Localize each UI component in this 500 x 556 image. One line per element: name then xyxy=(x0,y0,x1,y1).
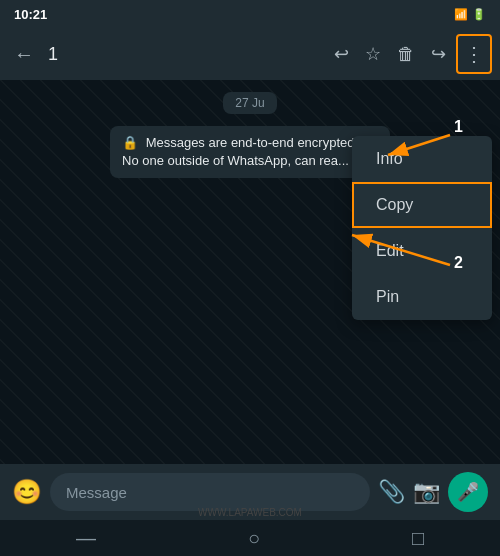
top-bar-actions: ↩ ☆ 🗑 ↪ ⋮ xyxy=(328,34,492,74)
nav-back-button[interactable]: — xyxy=(52,521,120,556)
context-menu: Info Copy Edit Pin xyxy=(352,136,492,320)
watermark: WWW.LAPAWEB.COM xyxy=(198,507,302,518)
nav-home-button[interactable]: ○ xyxy=(224,521,284,556)
chat-area: 27 Ju 🔒 Messages are end-to-end encrypte… xyxy=(0,80,500,464)
mic-button[interactable]: 🎤 xyxy=(448,472,488,512)
undo-button[interactable]: ↩ xyxy=(328,37,355,71)
nav-bar: — ○ □ xyxy=(0,520,500,556)
top-bar: ← 1 ↩ ☆ 🗑 ↪ ⋮ xyxy=(0,28,500,80)
menu-item-edit[interactable]: Edit xyxy=(352,228,492,274)
message-text: Messages are end-to-end encrypted. No on… xyxy=(122,135,373,168)
star-button[interactable]: ☆ xyxy=(359,37,387,71)
menu-item-pin[interactable]: Pin xyxy=(352,274,492,320)
nav-recents-button[interactable]: □ xyxy=(388,521,448,556)
menu-item-info[interactable]: Info xyxy=(352,136,492,182)
forward-button[interactable]: ↪ xyxy=(425,37,452,71)
message-bubble: 🔒 Messages are end-to-end encrypted. No … xyxy=(110,126,390,178)
phone-screen: 10:21 📶 🔋 ← 1 ↩ ☆ 🗑 ↪ ⋮ 27 Ju 🔒 Messages… xyxy=(0,0,500,556)
menu-item-copy[interactable]: Copy xyxy=(352,182,492,228)
mic-icon: 🎤 xyxy=(457,481,479,503)
emoji-button[interactable]: 😊 xyxy=(12,478,42,506)
status-icons: 📶 🔋 xyxy=(454,8,486,21)
date-label: 27 Ju xyxy=(223,92,276,114)
battery-icon: 🔋 xyxy=(472,8,486,21)
back-button[interactable]: ← xyxy=(8,37,40,72)
more-options-button[interactable]: ⋮ xyxy=(456,34,492,74)
delete-button[interactable]: 🗑 xyxy=(391,38,421,71)
status-bar: 10:21 📶 🔋 xyxy=(0,0,500,28)
status-time: 10:21 xyxy=(14,7,47,22)
date-divider: 27 Ju xyxy=(0,80,500,122)
camera-button[interactable]: 📷 xyxy=(413,479,440,505)
attach-button[interactable]: 📎 xyxy=(378,479,405,505)
selected-count: 1 xyxy=(48,44,320,65)
lock-icon: 🔒 xyxy=(122,135,138,150)
message-input[interactable] xyxy=(50,473,370,511)
network-icon: 📶 xyxy=(454,8,468,21)
